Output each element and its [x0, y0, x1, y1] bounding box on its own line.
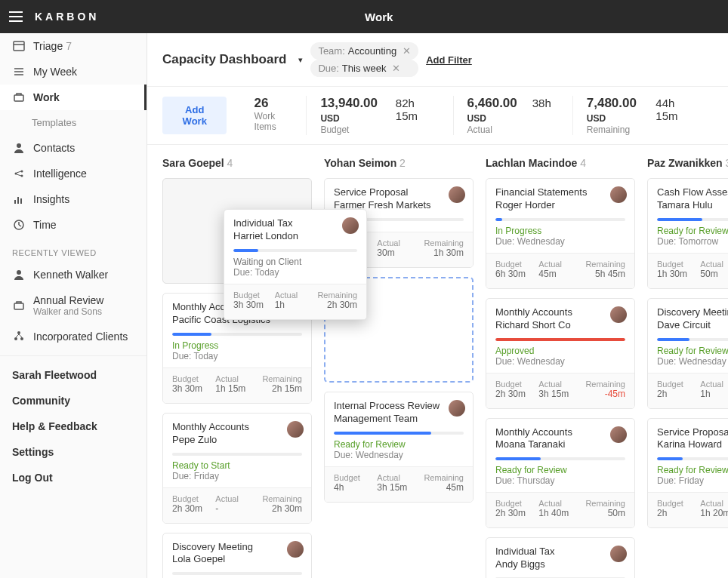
card-title: Monthly Accounts — [172, 421, 302, 434]
avatar — [287, 421, 304, 438]
brand-logo: KARBON — [35, 11, 99, 23]
sidebar-item-insights[interactable]: Insights — [0, 186, 147, 212]
svg-line-17 — [19, 225, 21, 226]
metric-value-actual: 3h 15m — [377, 482, 420, 493]
card-title: Discovery Meeting — [657, 306, 728, 319]
column-header: Yohan Seimon 2 — [324, 157, 474, 169]
sidebar-item-count: 7 — [66, 40, 72, 52]
work-card[interactable]: Cash Flow AssessmentTamara HuluReady for… — [647, 178, 728, 289]
menu-icon[interactable] — [9, 11, 23, 22]
work-card[interactable]: Discovery MeetingLola GoepelPlannedDue: … — [162, 533, 312, 578]
metric-label-budget: Budget — [657, 260, 700, 269]
sidebar-item-label: Time — [33, 219, 57, 231]
metric-label-actual: Actual — [215, 494, 258, 503]
sidebar-item-intelligence[interactable]: Intelligence — [0, 161, 147, 186]
close-icon[interactable]: ✕ — [392, 63, 400, 74]
work-card[interactable]: Monthly AccountsMoana TaranakiReady for … — [486, 418, 635, 529]
card-due: Due: Today — [233, 267, 357, 278]
card-status: In Progress — [172, 340, 302, 351]
sidebar-footer-log-out[interactable]: Log Out — [0, 465, 147, 490]
card-due: Due: Thursday — [495, 475, 625, 486]
progress-bar — [172, 453, 302, 456]
card-client: Harriet London — [233, 230, 357, 243]
progress-bar — [172, 572, 302, 575]
svg-point-20 — [17, 331, 20, 334]
work-card[interactable]: Individual TaxAndy BiggsOn HoldDue: Frid… — [486, 537, 635, 578]
work-card[interactable]: Monthly AccountsRichard Short CoApproved… — [486, 298, 635, 409]
metric-value-remaining: -45m — [582, 389, 625, 399]
stat-value: 26 — [254, 96, 268, 110]
stat-cell: 7,480.00 USD44h 15mRemaining — [572, 96, 713, 135]
metric-label-budget: Budget — [172, 374, 215, 383]
card-client: Tamara Hulu — [657, 199, 728, 212]
sidebar-footer-community[interactable]: Community — [0, 388, 147, 414]
card-client: Roger Horder — [495, 199, 625, 212]
metric-label-budget: Budget — [495, 380, 538, 389]
avatar — [449, 400, 465, 417]
sidebar-item-templates[interactable]: Templates — [0, 110, 147, 135]
work-card[interactable]: Financial StatementsRoger HorderIn Progr… — [486, 178, 635, 289]
sidebar-item-triage[interactable]: Triage7 — [0, 33, 147, 59]
progress-bar — [495, 457, 625, 460]
add-filter-link[interactable]: Add Filter — [426, 54, 472, 66]
column-header: Lachlan Macindoe 4 — [486, 157, 635, 169]
progress-bar — [657, 218, 728, 221]
metric-label-remaining: Remaining — [582, 260, 625, 269]
column-header: Paz Zwanikken 3 — [647, 157, 728, 169]
filter-value: This week — [342, 63, 387, 74]
metric-label-remaining: Remaining — [259, 494, 302, 503]
svg-rect-13 — [17, 197, 19, 204]
sidebar-item-work[interactable]: Work — [0, 85, 147, 110]
stat-label: Actual — [467, 125, 559, 135]
metric-label-remaining: Remaining — [582, 380, 625, 389]
work-card[interactable]: Monthly AccountsPepe ZuloReady to StartD… — [162, 413, 312, 524]
recent-item[interactable]: Kenneth Walker — [0, 262, 147, 287]
svg-point-21 — [14, 337, 17, 340]
filter-pill[interactable]: Team:Accounting✕ — [310, 42, 418, 60]
card-client: Moana Taranaki — [495, 438, 625, 451]
filter-pill[interactable]: Due:This week✕ — [310, 60, 418, 77]
recent-item-label: Kenneth Walker — [33, 269, 108, 281]
metric-value-actual: 1h 20m — [700, 508, 728, 518]
stat-value: 13,940.00 — [320, 96, 378, 110]
avatar — [449, 186, 465, 203]
sidebar: Triage7My WeekWorkTemplatesContactsIntel… — [0, 33, 147, 578]
card-status: In Progress — [495, 226, 625, 236]
card-title: Service Proposal — [657, 426, 728, 439]
metric-label-budget: Budget — [334, 473, 377, 482]
filter-value: Accounting — [348, 45, 396, 57]
filter-label: Team: — [318, 45, 344, 57]
card-title: Monthly Accounts — [495, 426, 625, 439]
add-work-button[interactable]: Add Work — [162, 97, 227, 134]
work-card[interactable]: Discovery MeetingDave CircuitReady for R… — [647, 298, 728, 409]
dragging-card[interactable]: Individual Tax Harriet London Waiting on… — [224, 209, 367, 320]
contacts-icon — [12, 142, 26, 154]
sidebar-item-time[interactable]: Time — [0, 212, 147, 238]
card-due: Due: Friday — [657, 475, 728, 486]
card-due: Due: Tomorrow — [657, 236, 728, 247]
stat-cell: 26Work Items — [240, 96, 306, 135]
chevron-down-icon[interactable]: ▾ — [298, 55, 303, 65]
recent-item-sub: Walker and Sons — [33, 306, 103, 317]
work-card[interactable]: Internal Process ReviewManagement TeamRe… — [324, 392, 474, 503]
sidebar-item-my-week[interactable]: My Week — [0, 59, 147, 85]
svg-rect-14 — [20, 198, 22, 204]
progress-bar — [657, 457, 728, 460]
sidebar-footer-sarah-fleetwood[interactable]: Sarah Fleetwood — [0, 362, 147, 388]
card-status: Ready for Review — [657, 226, 728, 236]
work-icon — [12, 91, 26, 103]
recent-item[interactable]: Incorporated Clients — [0, 324, 147, 349]
stat-cell: 6,460.00 USD38hActual — [453, 96, 572, 135]
recent-item[interactable]: Annual ReviewWalker and Sons — [0, 287, 147, 324]
close-icon[interactable]: ✕ — [403, 45, 411, 57]
sidebar-item-label: My Week — [33, 66, 77, 78]
sidebar-item-contacts[interactable]: Contacts — [0, 135, 147, 161]
dashboard-title[interactable]: Capacity Dashboard — [162, 52, 286, 67]
metric-value-budget: 4h — [334, 482, 377, 493]
sidebar-footer-help-feedback[interactable]: Help & Feedback — [0, 414, 147, 439]
work-card[interactable]: Service ProposalKarina HowardReady for R… — [647, 418, 728, 529]
metric-value-budget: 2h 30m — [495, 508, 538, 518]
card-title: Discovery Meeting — [172, 541, 302, 554]
sidebar-footer-settings[interactable]: Settings — [0, 439, 147, 465]
svg-rect-5 — [14, 95, 23, 101]
